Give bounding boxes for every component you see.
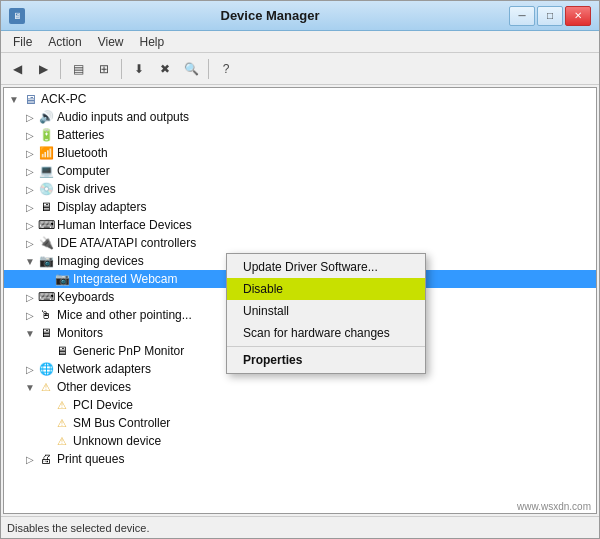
tree-item-batteries[interactable]: ▷ 🔋 Batteries (4, 126, 596, 144)
expand-imaging-icon: ▼ (22, 253, 38, 269)
tree-item-audio[interactable]: ▷ 🔊 Audio inputs and outputs (4, 108, 596, 126)
pci-device-icon: ⚠ (54, 397, 70, 413)
expand-disk-icon: ▷ (22, 181, 38, 197)
tree-label-webcam: Integrated Webcam (73, 272, 178, 286)
tree-item-bluetooth[interactable]: ▷ 📶 Bluetooth (4, 144, 596, 162)
menu-file[interactable]: File (5, 33, 40, 51)
tree-label-computer: Computer (57, 164, 110, 178)
close-button[interactable]: ✕ (565, 6, 591, 26)
tree-item-pci[interactable]: ⚠ PCI Device (4, 396, 596, 414)
tree-item-print[interactable]: ▷ 🖨 Print queues (4, 450, 596, 468)
disk-device-icon: 💿 (38, 181, 54, 197)
menu-help[interactable]: Help (132, 33, 173, 51)
tree-item-ide[interactable]: ▷ 🔌 IDE ATA/ATAPI controllers (4, 234, 596, 252)
maximize-button[interactable]: □ (537, 6, 563, 26)
tree-label-ide: IDE ATA/ATAPI controllers (57, 236, 196, 250)
tree-label-bluetooth: Bluetooth (57, 146, 108, 160)
mice-device-icon: 🖱 (38, 307, 54, 323)
tree-item-unknown[interactable]: ⚠ Unknown device (4, 432, 596, 450)
minimize-button[interactable]: ─ (509, 6, 535, 26)
tree-label-batteries: Batteries (57, 128, 104, 142)
expand-root-icon: ▼ (6, 91, 22, 107)
menu-bar: File Action View Help (1, 31, 599, 53)
ctx-properties[interactable]: Properties (227, 349, 425, 371)
ctx-scan-hardware[interactable]: Scan for hardware changes (227, 322, 425, 344)
tree-label-print: Print queues (57, 452, 124, 466)
expand-webcam-icon (38, 271, 54, 287)
network-device-icon: 🌐 (38, 361, 54, 377)
print-device-icon: 🖨 (38, 451, 54, 467)
toolbar-sep-2 (121, 59, 122, 79)
expand-keyboards-icon: ▷ (22, 289, 38, 305)
generic-monitor-icon: 🖥 (54, 343, 70, 359)
toolbar-sep-3 (208, 59, 209, 79)
properties-button[interactable]: ▤ (66, 57, 90, 81)
tree-label-other: Other devices (57, 380, 131, 394)
scan-button[interactable]: 🔍 (179, 57, 203, 81)
back-button[interactable]: ◀ (5, 57, 29, 81)
help-button[interactable]: ? (214, 57, 238, 81)
expand-hid-icon: ▷ (22, 217, 38, 233)
toolbar-sep-1 (60, 59, 61, 79)
expand-print-icon: ▷ (22, 451, 38, 467)
status-bar: Disables the selected device. (1, 516, 599, 538)
ctx-update-driver[interactable]: Update Driver Software... (227, 256, 425, 278)
expand-other-icon: ▼ (22, 379, 38, 395)
expand-mice-icon: ▷ (22, 307, 38, 323)
expand-monitors-icon: ▼ (22, 325, 38, 341)
bluetooth-device-icon: 📶 (38, 145, 54, 161)
unknown-device-icon: ⚠ (54, 433, 70, 449)
expand-computer-icon: ▷ (22, 163, 38, 179)
tree-label-disk: Disk drives (57, 182, 116, 196)
tree-label-audio: Audio inputs and outputs (57, 110, 189, 124)
forward-button[interactable]: ▶ (31, 57, 55, 81)
expand-ide-icon: ▷ (22, 235, 38, 251)
ctx-uninstall[interactable]: Uninstall (227, 300, 425, 322)
device-manager-window: 🖥 Device Manager ─ □ ✕ File Action View … (0, 0, 600, 539)
show-all-button[interactable]: ⊞ (92, 57, 116, 81)
tree-item-smbus[interactable]: ⚠ SM Bus Controller (4, 414, 596, 432)
app-icon: 🖥 (9, 8, 25, 24)
tree-item-root[interactable]: ▼ 🖥 ACK-PC (4, 90, 596, 108)
window-controls: ─ □ ✕ (509, 6, 591, 26)
content-area: ▼ 🖥 ACK-PC ▷ 🔊 Audio inputs and outputs … (1, 85, 599, 516)
tree-label-root: ACK-PC (41, 92, 86, 106)
title-bar: 🖥 Device Manager ─ □ ✕ (1, 1, 599, 31)
computer-icon: 🖥 (22, 91, 38, 107)
tree-label-imaging: Imaging devices (57, 254, 144, 268)
keyboard-device-icon: ⌨ (38, 289, 54, 305)
tree-item-disk[interactable]: ▷ 💿 Disk drives (4, 180, 596, 198)
webcam-device-icon: 📷 (54, 271, 70, 287)
other-device-icon: ⚠ (38, 379, 54, 395)
expand-pci-icon (38, 397, 54, 413)
tree-item-display[interactable]: ▷ 🖥 Display adapters (4, 198, 596, 216)
expand-generic-monitor-icon (38, 343, 54, 359)
tree-label-pci: PCI Device (73, 398, 133, 412)
update-driver-button[interactable]: ⬇ (127, 57, 151, 81)
tree-label-unknown: Unknown device (73, 434, 161, 448)
ide-device-icon: 🔌 (38, 235, 54, 251)
tree-label-keyboards: Keyboards (57, 290, 114, 304)
toolbar: ◀ ▶ ▤ ⊞ ⬇ ✖ 🔍 ? (1, 53, 599, 85)
tree-item-other[interactable]: ▼ ⚠ Other devices (4, 378, 596, 396)
tree-label-generic-monitor: Generic PnP Monitor (73, 344, 184, 358)
menu-view[interactable]: View (90, 33, 132, 51)
expand-smbus-icon (38, 415, 54, 431)
tree-label-smbus: SM Bus Controller (73, 416, 170, 430)
status-text: Disables the selected device. (7, 522, 149, 534)
tree-item-computer[interactable]: ▷ 💻 Computer (4, 162, 596, 180)
tree-label-network: Network adapters (57, 362, 151, 376)
expand-network-icon: ▷ (22, 361, 38, 377)
ctx-separator (227, 346, 425, 347)
ctx-disable[interactable]: Disable (227, 278, 425, 300)
expand-display-icon: ▷ (22, 199, 38, 215)
uninstall-button[interactable]: ✖ (153, 57, 177, 81)
hid-device-icon: ⌨ (38, 217, 54, 233)
expand-audio-icon: ▷ (22, 109, 38, 125)
menu-action[interactable]: Action (40, 33, 89, 51)
tree-label-hid: Human Interface Devices (57, 218, 192, 232)
tree-item-hid[interactable]: ▷ ⌨ Human Interface Devices (4, 216, 596, 234)
window-title: Device Manager (31, 8, 509, 23)
audio-device-icon: 🔊 (38, 109, 54, 125)
tree-label-display: Display adapters (57, 200, 146, 214)
